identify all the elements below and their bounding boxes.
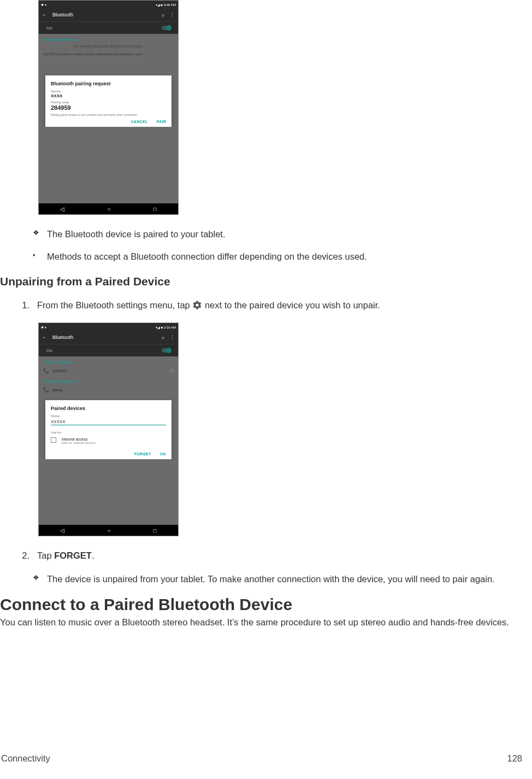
- nav-back-icon: ◁: [60, 528, 64, 534]
- paired-devices-label: Paired devices: [39, 356, 178, 366]
- nav-home-icon: ○: [107, 528, 110, 534]
- toggle-switch-icon: [162, 348, 170, 353]
- result-text: The Bluetooth device is paired to your t…: [47, 228, 226, 241]
- code-value: 284959: [51, 104, 166, 111]
- result-bullet-unpaired: ❖ The device is unpaired from your table…: [33, 573, 525, 585]
- name-label: Name: [51, 414, 166, 418]
- paired-device-name: XXXXX: [52, 368, 67, 373]
- nav-home-icon: ○: [107, 206, 110, 212]
- step-2: 2. Tap FORGET.: [19, 549, 525, 562]
- status-icons-left: ✱ ▾: [41, 3, 46, 7]
- available-devices-label: Available devices: [39, 376, 178, 385]
- nav-bar: ◁ ○ □: [39, 525, 178, 536]
- screenshot-paired-device-dialog: ✱ ▾ ▾◢ ■ 2:16 AM ← Bluetooth ⌕ ⋮ On Pair…: [38, 323, 179, 536]
- screenshot-pairing-request: ✱ ▾ ▾◢ ■ 3:46 PM ← Bluetooth ⌕ ⋮ On Avai…: [38, 0, 179, 215]
- back-icon: ←: [42, 12, 47, 17]
- code-label: Pairing code: [51, 101, 166, 104]
- available-device-name: Anny: [52, 388, 62, 393]
- no-devices-msg: No nearby Bluetooth devices were found.: [39, 43, 178, 50]
- result-bullet-paired: ❖ The Bluetooth device is paired to your…: [33, 228, 525, 241]
- back-icon: ←: [42, 335, 47, 340]
- note-text: Methods to accept a Bluetooth connection…: [47, 250, 367, 263]
- step-2-text: Tap FORGET.: [37, 549, 94, 562]
- connect-paragraph: You can listen to music over a Bluetooth…: [0, 616, 525, 629]
- app-title: Bluetooth: [52, 335, 73, 340]
- forget-button: FORGET: [134, 452, 151, 456]
- cancel-button: CANCEL: [131, 120, 148, 124]
- phone-icon: 📞: [43, 387, 49, 393]
- available-devices-label: Available devices: [39, 34, 178, 43]
- footer-section: Connectivity: [1, 753, 50, 764]
- dialog-title: Paired devices: [51, 406, 166, 411]
- diamond-bullet-icon: ❖: [33, 228, 39, 241]
- internet-access-sub: Use for Internet access: [62, 441, 96, 444]
- step-number: 2.: [19, 549, 29, 562]
- gear-icon: [192, 300, 202, 310]
- pairing-note: Pairing grants access to your contacts a…: [51, 113, 166, 116]
- paired-device-dialog: Paired devices Name XXXXX Use for Intern…: [45, 400, 172, 459]
- phone-icon: 📞: [43, 368, 49, 373]
- bluetooth-toggle-row: On: [39, 344, 178, 356]
- overflow-icon: ⋮: [170, 335, 175, 340]
- note-bullet-methods: ▪ Methods to accept a Bluetooth connecti…: [33, 250, 525, 263]
- unpairing-heading: Unpairing from a Paired Device: [0, 275, 525, 288]
- footer-page: 128: [507, 753, 522, 764]
- device-value: XXXX: [51, 93, 166, 98]
- app-bar: ← Bluetooth ⌕ ⋮: [39, 331, 178, 344]
- square-bullet-icon: ▪: [33, 250, 39, 263]
- nav-back-icon: ◁: [60, 206, 64, 212]
- page-footer: Connectivity 128: [0, 753, 525, 764]
- step-number: 1.: [19, 299, 29, 312]
- name-input: XXXXX: [51, 419, 166, 425]
- overflow-icon: ⋮: [170, 12, 175, 17]
- device-label: Device: [51, 90, 166, 93]
- connect-heading: Connect to a Paired Bluetooth Device: [0, 595, 525, 614]
- step-1-text: From the Bluetooth settings menu, tap ne…: [37, 299, 380, 312]
- visibility-note: AQT100 is visible to nearby devices whil…: [39, 50, 178, 59]
- internet-access-title: Internet access: [62, 437, 96, 441]
- app-title: Bluetooth: [52, 12, 73, 17]
- dialog-title: Bluetooth pairing request: [51, 81, 166, 86]
- toggle-switch-icon: [162, 26, 170, 30]
- toggle-label: On: [46, 26, 52, 31]
- nav-bar: ◁ ○ □: [39, 203, 178, 214]
- paired-device-row: 📞 XXXXX ⚙: [39, 366, 178, 376]
- nav-recent-icon: □: [153, 528, 157, 534]
- status-time: ▾◢ ■ 3:46 PM: [156, 3, 176, 7]
- app-bar: ← Bluetooth ⌕ ⋮: [39, 8, 178, 21]
- search-icon: ⌕: [162, 335, 164, 340]
- status-time: ▾◢ ■ 2:16 AM: [156, 325, 176, 329]
- result-text: The device is unpaired from your tablet.…: [47, 573, 495, 585]
- diamond-bullet-icon: ❖: [33, 573, 39, 585]
- status-bar: ✱ ▾ ▾◢ ■ 3:46 PM: [39, 1, 178, 8]
- toggle-label: On: [46, 348, 52, 353]
- gear-icon: ⚙: [169, 368, 174, 373]
- status-icons-left: ✱ ▾: [41, 325, 46, 329]
- ok-button: OK: [160, 452, 166, 456]
- search-icon: ⌕: [162, 12, 164, 17]
- step-1: 1. From the Bluetooth settings menu, tap…: [19, 299, 525, 312]
- available-device-row: 📞 Anny: [39, 385, 178, 395]
- use-for-label: Use for: [51, 431, 166, 434]
- checkbox-icon: [51, 437, 56, 443]
- nav-recent-icon: □: [153, 206, 157, 212]
- status-bar: ✱ ▾ ▾◢ ■ 2:16 AM: [39, 323, 178, 331]
- pairing-dialog: Bluetooth pairing request Device XXXX Pa…: [45, 75, 172, 127]
- bluetooth-toggle-row: On: [39, 21, 178, 34]
- pair-button: PAIR: [157, 120, 166, 124]
